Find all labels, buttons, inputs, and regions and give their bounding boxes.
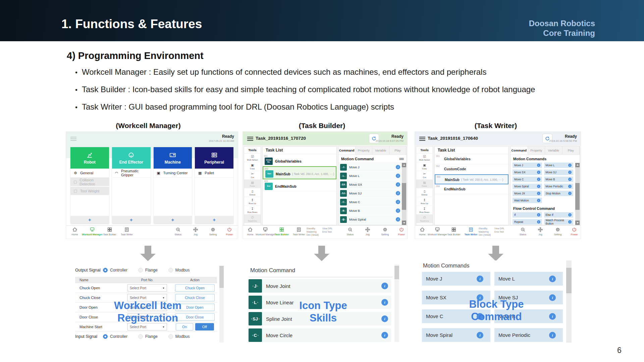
info-icon[interactable]: i [537,199,540,202]
tab[interactable]: Property [356,146,373,155]
skill-item[interactable]: J Move Joint i [249,279,391,293]
info-icon[interactable]: i [568,171,572,174]
info-icon[interactable]: i [477,276,483,282]
skill-item[interactable]: C Move Circle i [249,328,391,342]
command-block[interactable]: Move Periodic i [544,184,574,189]
skill-item[interactable]: SJ Spline Joint i [249,312,391,325]
info-icon[interactable]: i [549,276,556,282]
port-select[interactable]: Select Port ▼ [127,313,167,321]
tool-button[interactable]: ↥ Row Up [416,197,433,206]
task-row-selected[interactable]: 002 Start MainSub ( Task Vel. 250.0, Acc… [263,166,336,179]
tab[interactable]: Play [562,146,580,155]
tool-button[interactable]: ▣ Copy [244,162,261,171]
tab[interactable]: Property [528,146,545,155]
action-button[interactable]: Chuck Close [175,294,215,301]
menu-icon[interactable] [247,136,253,142]
workcell-item[interactable]: Tool Weight [70,187,109,196]
command-item[interactable]: JX Move JX i [338,224,402,225]
port-select[interactable]: Select Port ▼ [127,294,167,301]
info-icon[interactable]: i [396,200,400,204]
tool-button[interactable]: ▣ Copy [416,162,433,171]
tab[interactable]: Variable [545,146,562,155]
port-select[interactable]: Select Port ▼ [127,304,167,311]
command-block[interactable]: Stop Motion i [544,191,574,196]
info-icon[interactable]: i [537,171,540,174]
menu-icon[interactable] [70,136,76,142]
info-icon[interactable]: i [537,178,540,181]
tool-button[interactable]: ☑ Multi-Select [244,154,261,162]
command-block[interactable]: Move B i [494,309,563,323]
nav-power[interactable]: Power [564,227,581,236]
scrollbar-thumb[interactable] [394,266,399,279]
info-icon[interactable]: i [568,220,572,224]
command-block[interactable]: Move SX i [422,291,490,304]
workcell-item[interactable]: General [70,169,109,178]
skill-item[interactable]: L Move Linear i [249,296,391,309]
tool-button[interactable]: ▯ Delete [416,188,433,197]
info-icon[interactable]: i [381,332,388,339]
workcell-item[interactable]: Pallet [195,169,233,178]
category-card-robot[interactable]: Robot [70,147,109,169]
radio-option[interactable]: Controller [103,268,127,273]
radio-icon[interactable] [103,268,108,273]
standby-label[interactable]: StandBy [307,227,319,230]
scroll-down-icon[interactable] [402,221,406,225]
nav-power[interactable]: Power [391,227,408,236]
tool-button[interactable]: ∅ Suppress [244,215,261,223]
info-icon[interactable]: i [568,185,572,188]
tool-button[interactable]: ↧ Row Down [244,206,261,215]
menu-icon[interactable] [419,136,425,142]
category-card-machine[interactable]: Machine [154,147,192,169]
radio-icon[interactable] [168,268,173,273]
command-block[interactable]: Move SJ i [544,170,574,175]
info-icon[interactable]: i [381,299,388,306]
radio-option[interactable]: Modbus [168,334,190,339]
command-item[interactable]: B Move B i [338,206,402,215]
tool-button[interactable]: ∅ Suppress [416,215,433,223]
info-icon[interactable]: i [381,283,388,289]
command-block[interactable]: Move JX i [513,191,542,196]
task-row[interactable]: 001 GlobalVariables [435,154,508,164]
scrollbar[interactable] [566,260,572,343]
tool-button[interactable]: ▯ Delete [244,188,261,197]
info-icon[interactable]: i [381,315,388,322]
off-button[interactable]: Off [195,323,214,330]
command-block[interactable]: Move SX i [513,170,542,175]
scroll-up-icon[interactable] [575,163,580,167]
task-row[interactable]: 003 End EndMainSub [263,179,336,191]
category-card-end-effector[interactable]: End Effector [112,147,151,169]
tool-button[interactable]: ✂ Cut [416,171,433,180]
port-select[interactable]: Select Port ▼ [127,323,167,330]
action-button[interactable]: Chuck Open [175,284,215,292]
radio-icon[interactable] [168,334,173,339]
command-block[interactable]: Move B i [544,177,574,182]
add-button[interactable]: + [112,216,151,224]
info-icon[interactable]: i [396,165,400,169]
standby-label[interactable]: StandBy [479,227,491,230]
tool-button[interactable]: ☑ Multi-Select [416,154,433,162]
tool-button[interactable]: ↧ Row Down [416,206,433,215]
command-block[interactable]: Move Spiral i [422,328,490,342]
info-icon[interactable]: i [396,174,400,178]
info-icon[interactable]: i [549,313,556,320]
command-block[interactable]: Move SJ i [494,291,563,304]
dev-label[interactable]: Dev (newal) [479,233,491,237]
task-row-selected[interactable]: 003 MainSub ( Task Vel. 250.0, Acc. 1.00… [435,174,508,184]
nav-task-writer[interactable]: Task Writer [116,227,138,236]
command-block[interactable]: Move C i [513,177,542,182]
port-select[interactable]: Select Port ▼ [127,284,167,292]
workcell-item[interactable]: Pneumatic Gripper [112,169,151,178]
tool-button[interactable]: ▤ Paste [244,180,261,188]
mastering-label[interactable]: Mastering [479,230,491,234]
scrollbar[interactable] [575,163,580,225]
view-drl-label[interactable]: View DRL [322,227,332,230]
radio-icon[interactable] [138,334,143,339]
command-block[interactable]: Wait Motion i [513,198,542,203]
info-icon[interactable]: i [549,294,556,301]
command-item[interactable]: SJ Move SJ i [338,189,402,197]
command-block[interactable]: Move C i [422,309,490,323]
command-block[interactable]: Move Periodic i [494,328,563,342]
radio-option[interactable]: Controller [103,334,127,339]
command-block[interactable]: Watch Process Button i [544,219,574,225]
tool-button[interactable]: ↥ Row Up [244,197,261,206]
